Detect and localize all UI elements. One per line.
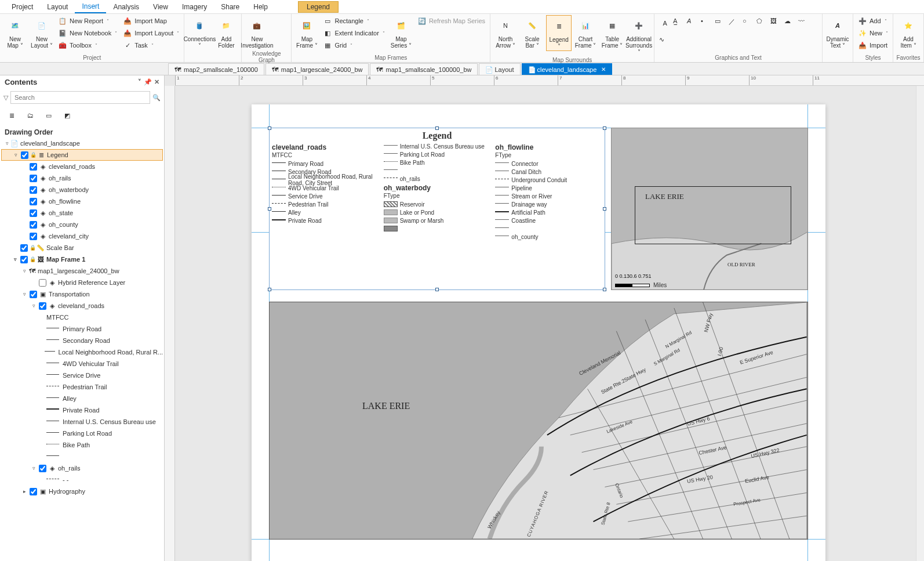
chart-frame-button[interactable]: 📊Chart Frame ˅	[573, 15, 598, 50]
tree-row[interactable]: Primary Road	[1, 323, 163, 335]
visibility-checkbox[interactable]	[20, 244, 28, 252]
connections-button[interactable]: 🛢️Connections ˅	[187, 15, 212, 50]
visibility-checkbox[interactable]	[30, 233, 37, 240]
visibility-checkbox[interactable]	[30, 175, 37, 182]
visibility-checkbox[interactable]	[30, 186, 37, 194]
import-style-button[interactable]: 📥Import	[856, 39, 890, 51]
tree-row[interactable]: ▿▣Transportation	[1, 288, 163, 300]
dynamic-text-button[interactable]: ADynamic Text ˅	[825, 15, 850, 50]
new-map-button[interactable]: 🗺️New Map ˅	[2, 15, 28, 50]
menu-view[interactable]: View	[146, 1, 175, 13]
inset-map-frame[interactable]: LAKE ERIE OLD RIVER 0 0.130.6 0.751 Mile…	[611, 128, 808, 290]
list-by-selection-icon[interactable]: ◩	[60, 108, 74, 122]
new-layout-button[interactable]: 📄New Layout ˅	[29, 15, 54, 50]
legend-button[interactable]: ≣Legend ˅	[546, 15, 572, 51]
scale-bar-button[interactable]: 📏Scale Bar ˅	[519, 15, 545, 50]
tree-row[interactable]: ◈cleveland_city	[1, 230, 163, 242]
additional-surrounds-button[interactable]: ➕Additional Surrounds ˅	[626, 15, 652, 56]
tree-row[interactable]: 4WD Vehicular Trail	[1, 358, 163, 370]
tree-row[interactable]	[1, 451, 163, 462]
filter-icon[interactable]: ▽	[3, 94, 8, 102]
rectangle-tool-icon[interactable]: ▭	[715, 17, 726, 29]
tab-map2[interactable]: 🗺map2_smallscale_100000	[168, 63, 264, 75]
tab-layout[interactable]: 📄Layout	[479, 63, 520, 75]
tree-row[interactable]: Bike Path	[1, 439, 163, 451]
visibility-checkbox[interactable]	[20, 256, 28, 263]
tree-row[interactable]: ◈oh_waterbody	[1, 184, 163, 196]
visibility-checkbox[interactable]	[30, 209, 37, 217]
refresh-map-series-button[interactable]: 🔄Refresh Map Series	[415, 15, 488, 27]
circle-tool-icon[interactable]: ○	[743, 17, 754, 29]
tree-row[interactable]: Local Neighborhood Road, Rural R...	[1, 346, 163, 358]
rectangle-button[interactable]: ▭Rectangle˅	[321, 15, 387, 27]
tree-row[interactable]: - -	[1, 474, 163, 486]
tree-row[interactable]: Alley	[1, 393, 163, 404]
visibility-checkbox[interactable]	[30, 163, 37, 171]
tree-row[interactable]: ◈oh_rails	[1, 172, 163, 184]
visibility-checkbox[interactable]	[30, 221, 37, 229]
close-icon[interactable]: ✕	[601, 66, 606, 73]
search-icon[interactable]: 🔍	[152, 94, 161, 102]
pin-icon[interactable]: 📌	[144, 78, 152, 86]
visibility-checkbox[interactable]	[39, 279, 46, 287]
tree-row[interactable]: ▿🔒🖼Map Frame 1	[1, 254, 163, 265]
menu-analysis[interactable]: Analysis	[106, 1, 146, 13]
visibility-checkbox[interactable]	[39, 465, 46, 472]
visibility-checkbox[interactable]	[30, 488, 37, 495]
menu-share[interactable]: Share	[214, 1, 246, 13]
menu-imagery[interactable]: Imagery	[175, 1, 214, 13]
visibility-checkbox[interactable]	[39, 302, 46, 310]
tree-row[interactable]: ◈oh_state	[1, 207, 163, 219]
tree-row[interactable]: Service Drive	[1, 370, 163, 381]
tree-row[interactable]: ▸▣Hydrography	[1, 486, 163, 497]
import-map-button[interactable]: 📥Import Map	[121, 15, 181, 27]
new-report-button[interactable]: 📋New Report˅	[56, 15, 119, 27]
tree-row[interactable]: ◈Hybrid Reference Layer	[1, 277, 163, 288]
layout-page[interactable]: Legend cleveland_roadsMTFCCPrimary RoadS…	[252, 104, 825, 561]
task-button[interactable]: ✓Task˅	[121, 39, 181, 51]
tree-row[interactable]: ▿◈cleveland_roads	[1, 300, 163, 312]
north-arrow-button[interactable]: NNorth Arrow ˅	[493, 15, 518, 50]
tree-row[interactable]: MTFCC	[1, 312, 163, 323]
grid-button[interactable]: ▦Grid˅	[321, 39, 387, 51]
tree-row[interactable]: Pedestrian Trail	[1, 381, 163, 393]
cloud-tool-icon[interactable]: ☁	[784, 17, 796, 29]
legend-element[interactable]: Legend cleveland_roadsMTFCCPrimary RoadS…	[269, 128, 605, 290]
tree-row[interactable]: ▿🔒≣Legend	[1, 149, 163, 161]
add-item-button[interactable]: ⭐Add Item ˅	[896, 15, 921, 50]
extent-indicator-button[interactable]: ◧Extent Indicator˅	[321, 27, 387, 39]
context-tab-legend[interactable]: Legend	[298, 1, 339, 13]
list-by-element-icon[interactable]: ▭	[42, 108, 56, 122]
tree-row[interactable]: Parking Lot Road	[1, 428, 163, 439]
polygon-tool-icon[interactable]: ⬠	[756, 17, 768, 29]
tab-map1-large[interactable]: 🗺map1_largescale_24000_bw	[265, 63, 369, 75]
tree-row[interactable]: ▿🗺map1_largescale_24000_bw	[1, 265, 163, 277]
tree-row[interactable]: ◈oh_flowline	[1, 196, 163, 207]
point-tool-icon[interactable]: •	[701, 17, 712, 29]
toolbox-button[interactable]: 🧰Toolbox˅	[56, 39, 119, 51]
new-investigation-button[interactable]: 💼New Investigation	[244, 15, 270, 50]
menu-layout[interactable]: Layout	[40, 1, 75, 13]
tree-row[interactable]: ◈cleveland_roads	[1, 161, 163, 172]
search-input[interactable]	[10, 91, 150, 104]
add-folder-button[interactable]: 📁Add Folder	[213, 15, 239, 50]
list-by-drawing-order-icon[interactable]: ≣	[5, 108, 19, 122]
map-frame-button[interactable]: 🖼️Map Frame ˅	[294, 15, 319, 50]
curved-text-icon[interactable]: A	[687, 17, 699, 29]
line-tool-icon[interactable]: ／	[729, 17, 740, 29]
visibility-checkbox[interactable]	[30, 291, 37, 298]
map-series-button[interactable]: 🗂️Map Series ˅	[388, 15, 414, 50]
tree-row[interactable]: Internal U.S. Census Bureau use	[1, 416, 163, 428]
tree-row[interactable]: ▿📄cleveland_landscape	[1, 137, 163, 149]
curve-tool-icon[interactable]: ∿	[659, 36, 671, 48]
close-icon[interactable]: ✕	[154, 78, 159, 86]
menu-project[interactable]: Project	[5, 1, 40, 13]
import-layout-button[interactable]: 📥Import Layout˅	[121, 27, 181, 39]
tab-map1-small[interactable]: 🗺map1_smallscale_100000_bw	[370, 63, 478, 75]
visibility-checkbox[interactable]	[30, 198, 37, 205]
table-frame-button[interactable]: ▦Table Frame ˅	[599, 15, 625, 50]
visibility-checkbox[interactable]	[21, 151, 28, 159]
lasso-tool-icon[interactable]: 〰	[798, 17, 810, 29]
tree-row[interactable]: ▿◈oh_rails	[1, 462, 163, 474]
new-style-button[interactable]: ✨New˅	[856, 27, 890, 39]
